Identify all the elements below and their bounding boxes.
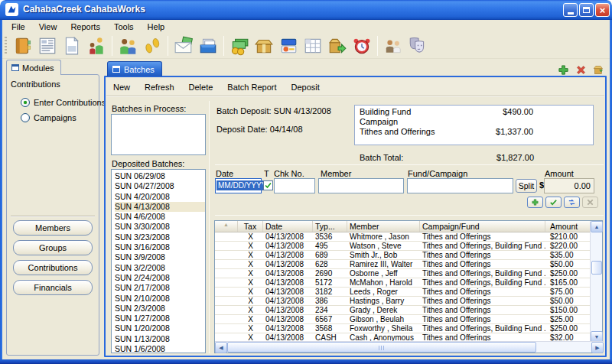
package-out-icon[interactable]	[325, 35, 350, 57]
deposited-batch-item[interactable]: SUN 1/13/2008	[115, 334, 205, 344]
member-column-header[interactable]: Member	[347, 221, 420, 232]
scroll-up-icon[interactable]: ▲	[591, 221, 603, 232]
cell-fund: Tithes and Offerings	[420, 297, 545, 305]
table-grid-icon[interactable]	[301, 35, 325, 57]
deposited-batch-item[interactable]: SUN 4/20/2008	[115, 192, 205, 202]
toolbar-grip[interactable]	[5, 37, 7, 55]
date-column-header[interactable]: Date	[263, 221, 313, 232]
deposited-batch-item[interactable]: SUN 2/10/2008	[115, 294, 205, 304]
table-row[interactable]: X 04/13/2008 386 Hastings , Barry Tithes…	[215, 297, 602, 306]
address-book-icon[interactable]	[11, 35, 35, 57]
scroll-right-icon[interactable]: ▶	[591, 342, 604, 353]
table-row[interactable]: X 04/13/2008 5172 McMahon , Harold Tithe…	[215, 278, 602, 288]
type-column-header[interactable]: Typ...	[313, 221, 347, 232]
fund-campaign-input[interactable]	[407, 178, 513, 193]
menu-item[interactable]: Reports	[63, 21, 107, 32]
envelope-money-icon[interactable]	[171, 35, 196, 57]
footprints-icon[interactable]	[140, 35, 164, 57]
financials-button[interactable]: Financials	[13, 280, 93, 295]
deposited-batch-item[interactable]: SUN 3/9/2008	[115, 252, 205, 262]
reset-entry-button[interactable]	[564, 197, 580, 208]
blank-document-icon[interactable]	[60, 35, 84, 57]
news-document-icon[interactable]	[35, 35, 60, 57]
theater-masks-icon[interactable]	[405, 35, 430, 57]
minimize-button[interactable]	[563, 3, 578, 17]
table-row[interactable]: X 04/13/2008 3536 Whitmore , Jason Tithe…	[215, 232, 602, 242]
alarm-clock-icon[interactable]	[350, 35, 374, 57]
payment-card-icon[interactable]	[276, 35, 301, 57]
deposited-batch-item[interactable]: SUN 1/27/2008	[115, 314, 205, 323]
app-logo-icon	[5, 3, 18, 16]
scroll-left-icon[interactable]: ◀	[215, 342, 227, 353]
tax-column-header[interactable]: Tax	[238, 221, 263, 232]
deposited-batch-item[interactable]: SUN 04/27/2008	[115, 181, 205, 191]
tax-checkbox[interactable]	[263, 180, 273, 190]
table-row[interactable]: X 04/13/2008 495 Watson , Steve Tithes a…	[215, 242, 602, 251]
table-row[interactable]: X 04/13/2008 2690 Osborne , Jeff Tithes …	[215, 269, 602, 278]
deposited-batch-item[interactable]: SUN 4/6/2008	[115, 212, 205, 222]
split-button[interactable]: Split	[516, 179, 537, 193]
table-row[interactable]: X 04/13/2008 3568 Foxworthy , Sheila Tit…	[215, 324, 602, 333]
batch-action[interactable]: Deposit	[291, 83, 320, 92]
family-icon[interactable]	[84, 35, 109, 57]
in-process-list[interactable]	[111, 114, 206, 155]
add-entry-button[interactable]	[527, 197, 543, 208]
batch-action[interactable]: Batch Report	[227, 83, 276, 92]
accept-entry-button[interactable]	[545, 197, 562, 208]
gift-box-icon[interactable]	[252, 35, 276, 57]
deposited-batches-list[interactable]: SUN 06/29/08SUN 04/27/2008SUN 4/20/2008S…	[111, 169, 206, 353]
maximize-button[interactable]	[579, 3, 594, 17]
sort-asc-icon[interactable]: ▲	[215, 221, 238, 232]
plus-icon	[531, 198, 539, 206]
table-row[interactable]: X 04/13/2008 628 Ramirez III, Walter Tit…	[215, 260, 602, 269]
deposited-batch-item[interactable]: SUN 1/6/2008	[115, 344, 205, 353]
batch-action[interactable]: Delete	[189, 83, 213, 92]
cell-amount: $25.00	[545, 315, 591, 323]
cell-amount: $210.00	[545, 232, 591, 241]
cancel-entry-button[interactable]	[582, 197, 598, 208]
contributions-button[interactable]: Contributions	[13, 260, 93, 275]
people-small-icon[interactable]	[381, 35, 405, 57]
fund-column-header[interactable]: Campaign/Fund	[420, 221, 545, 232]
batch-action[interactable]: Refresh	[145, 83, 174, 92]
deposited-batch-item[interactable]: SUN 2/3/2008	[115, 304, 205, 314]
deposited-batch-item[interactable]: SUN 4/13/2008	[115, 202, 205, 212]
vertical-scrollbar[interactable]: ▲ ▼	[590, 221, 602, 343]
menu-item[interactable]: Tools	[107, 21, 141, 32]
date-input[interactable]: MM/DD/YYYY	[215, 178, 262, 193]
people-pair-icon[interactable]	[116, 35, 140, 57]
members-button[interactable]: Members	[13, 220, 93, 236]
deposited-batch-item[interactable]: SUN 3/16/2008	[115, 242, 205, 252]
money-icon[interactable]	[227, 35, 252, 57]
menu-item[interactable]: View	[32, 21, 64, 32]
tab-batches[interactable]: Batches	[107, 61, 162, 76]
table-row[interactable]: X 04/13/2008 6567 Gibson , Beulah Tithes…	[215, 315, 602, 324]
radio-enter-contributions[interactable]: Enter Contributions	[21, 98, 106, 107]
close-button[interactable]: ×	[595, 3, 610, 17]
card-file-box-icon[interactable]	[196, 35, 220, 57]
table-row[interactable]: X 04/13/2008 234 Grady , Derek Tithes an…	[215, 306, 602, 315]
menu-item[interactable]: Help	[141, 21, 172, 32]
member-input[interactable]	[318, 178, 404, 193]
amount-field[interactable]: 0.00	[544, 178, 594, 193]
deposited-batch-item[interactable]: SUN 3/30/2008	[115, 222, 205, 232]
groups-button[interactable]: Groups	[13, 240, 93, 255]
tab-modules[interactable]: Modules	[6, 60, 61, 75]
batch-action[interactable]: New	[113, 83, 130, 92]
table-row[interactable]: X 04/13/2008 3182 Leeds , Roger Tithes a…	[215, 288, 602, 297]
radio-campaigns[interactable]: Campaigns	[21, 113, 76, 122]
deposited-batch-item[interactable]: SUN 2/17/2008	[115, 283, 205, 293]
horizontal-scroll-thumb[interactable]	[227, 342, 536, 353]
check-number-input[interactable]	[274, 178, 315, 193]
deposited-batch-item[interactable]: SUN 3/2/2008	[115, 263, 205, 273]
deposited-batch-item[interactable]: SUN 2/24/2008	[115, 273, 205, 283]
menu-item[interactable]: File	[5, 21, 32, 32]
deposited-batch-item[interactable]: SUN 1/20/2008	[115, 323, 205, 333]
table-row[interactable]: X 04/13/2008 689 Smith Jr., Bob Tithes a…	[215, 251, 602, 260]
horizontal-scrollbar[interactable]: ◀ ▶	[215, 341, 604, 353]
deposited-batch-item[interactable]: SUN 3/23/2008	[115, 232, 205, 242]
vertical-scroll-thumb[interactable]	[591, 261, 602, 275]
amount-column-header[interactable]: Amount	[545, 221, 591, 232]
deposited-batch-item[interactable]: SUN 06/29/08	[115, 171, 205, 181]
cell-fund: Tithes and Offerings, Building Fund ...	[420, 324, 545, 333]
